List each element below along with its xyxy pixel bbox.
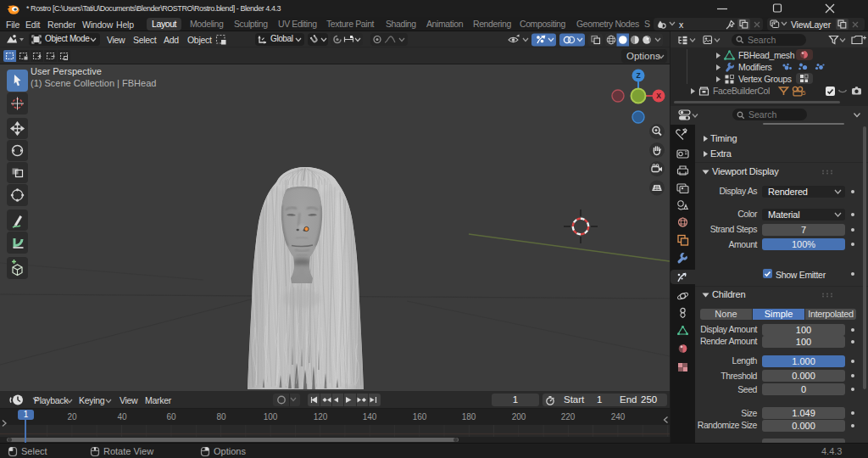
svg-text:(1) Scene Collection | FBHead: (1) Scene Collection | FBHead bbox=[31, 78, 156, 88]
svg-text:Z: Z bbox=[636, 71, 640, 80]
svg-text:X: X bbox=[656, 92, 661, 100]
svg-text:User Perspective: User Perspective bbox=[31, 66, 102, 76]
